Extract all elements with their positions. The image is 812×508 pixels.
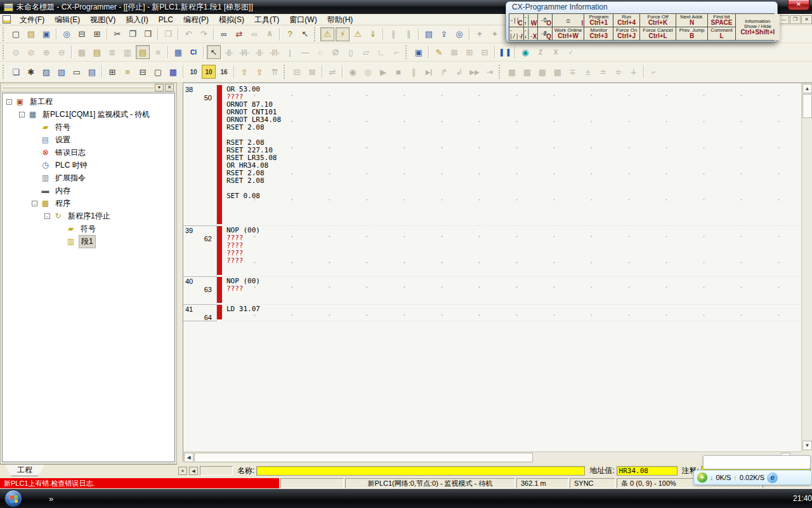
save-file-button[interactable]: ▣: [39, 27, 53, 41]
ie-browser-icon[interactable]: e: [767, 472, 778, 483]
symbol-table-button[interactable]: ≡: [121, 65, 134, 79]
new-inverted-instruction-button[interactable]: ▱: [359, 45, 373, 59]
collapse-icon[interactable]: -: [6, 99, 12, 105]
rung-41[interactable]: 4164LD 31.07: [183, 305, 801, 321]
differentiate-monitor-button[interactable]: ∔: [627, 65, 641, 79]
name-field[interactable]: [256, 466, 585, 476]
print-preview-button[interactable]: ⊞: [90, 27, 104, 41]
address-view-button[interactable]: ▧: [55, 65, 69, 79]
new-closed-coil-button[interactable]: Ø: [329, 45, 343, 59]
fields-close-button[interactable]: ✕: [178, 467, 187, 475]
new-horizontal-line-button[interactable]: —: [298, 45, 312, 59]
online-edit-button[interactable]: ◎: [452, 27, 466, 41]
send-changes-button[interactable]: ✦: [473, 27, 487, 41]
rung-content[interactable]: NOP (00)????: [222, 277, 801, 305]
build-view-button[interactable]: ✱: [24, 65, 38, 79]
rung-content[interactable]: OR 53.00????ORNOT 87.10ORNOT CNT101ORNOT…: [222, 85, 801, 226]
collapse-icon[interactable]: -: [19, 112, 25, 117]
monitor-pause-button[interactable]: ⇧: [252, 65, 266, 79]
cycle-time-monitor-button[interactable]: ▩: [505, 65, 519, 79]
monitor-list-button[interactable]: ≣: [105, 45, 119, 59]
monitor-start-button[interactable]: ⇧: [237, 65, 251, 79]
selection-tool-button[interactable]: ⌐: [647, 65, 661, 79]
vertical-scrollbar[interactable]: ▲ ▼: [801, 83, 812, 451]
grid-toggle-button[interactable]: ▦: [75, 45, 89, 59]
find-replace-button[interactable]: ⇄: [232, 27, 246, 41]
tree-item-new-plc1[interactable]: -▦新PLC1[CQM1] 监视模式 - 待机: [3, 108, 174, 121]
sim-continuous-step-button[interactable]: ▶▶: [468, 65, 481, 79]
edit-block-comment-button[interactable]: ⊟: [478, 45, 492, 59]
toolbar-grip[interactable]: [314, 27, 317, 41]
toolbar-grip[interactable]: [3, 65, 6, 79]
fields-back-button[interactable]: ◀: [189, 467, 198, 475]
pager-check-button[interactable]: ✓: [564, 45, 578, 59]
cut-button[interactable]: ✂: [110, 27, 124, 41]
address-reference-tool-button[interactable]: ▦: [171, 45, 185, 59]
vertical-scroll-thumb[interactable]: [802, 94, 812, 118]
undo-button[interactable]: ↶: [181, 27, 195, 41]
net-orb-icon[interactable]: +: [697, 472, 707, 483]
paste-button[interactable]: ❒: [141, 27, 155, 41]
pager-x-button[interactable]: X: [549, 45, 563, 59]
menu-item-4[interactable]: PLC: [154, 14, 178, 25]
copy-button[interactable]: ❐: [126, 27, 140, 41]
watch-window-button[interactable]: ◉: [518, 45, 532, 59]
tree-item-expansion-instructions[interactable]: -▥扩展指令: [3, 171, 174, 184]
new-or-closed-contact-button[interactable]: -|/|-: [268, 45, 282, 59]
force-reset-button[interactable]: ±: [581, 65, 595, 79]
force-cancel-all-button[interactable]: ≐: [596, 65, 610, 79]
open-file-button[interactable]: ▤: [24, 27, 38, 41]
scroll-left-button[interactable]: ◀: [184, 453, 193, 462]
tree-item-memory[interactable]: -▬内存: [3, 184, 174, 197]
replace-in-project-button[interactable]: A: [263, 27, 277, 41]
rung-38[interactable]: 3850OR 53.00????ORNOT 87.10ORNOT CNT101O…: [183, 85, 801, 226]
tree-item-programs[interactable]: -▩程序: [3, 197, 174, 210]
selection-mode-button[interactable]: ↖: [207, 45, 221, 59]
scroll-up-button[interactable]: ▲: [802, 84, 812, 93]
tree-close-button[interactable]: ✕: [165, 84, 174, 91]
sim-step-out-button[interactable]: ↲: [452, 65, 466, 79]
paste-special-button[interactable]: ❒: [161, 27, 175, 41]
sim-run-button[interactable]: ▶: [376, 65, 390, 79]
pointer-zoom-button[interactable]: ⊙: [9, 45, 23, 59]
transfer-monitor-button[interactable]: ⇓: [366, 27, 380, 41]
output-window-button[interactable]: ▢: [151, 65, 165, 79]
tree-item-plc-clock[interactable]: -◷PLC 时钟: [3, 159, 174, 171]
menu-item-3[interactable]: 插入(I): [121, 14, 153, 25]
context-help-button[interactable]: ↖: [298, 27, 312, 41]
close-button[interactable]: ✕: [788, 0, 809, 10]
edit-rung-comment-button[interactable]: ⊠: [447, 45, 461, 59]
search-in-project-button[interactable]: ◎: [60, 27, 74, 41]
ci-instruction-button[interactable]: CI: [187, 45, 200, 59]
tree-item-error-log[interactable]: -⊗错误日志: [3, 146, 174, 159]
field-selector[interactable]: [200, 466, 233, 476]
zoom-in-button[interactable]: ⊕: [39, 45, 53, 59]
find-button[interactable]: ∞: [217, 27, 231, 41]
show-annotations-button[interactable]: ▌▐: [498, 45, 512, 59]
profile-monitor-button[interactable]: ▩: [551, 65, 565, 79]
watch-sheet-button[interactable]: ⊟: [136, 65, 150, 79]
menu-item-9[interactable]: 帮助(H): [322, 14, 358, 25]
collapse-icon[interactable]: -: [44, 213, 50, 219]
tree-item-new-project[interactable]: -▣新工程: [3, 95, 174, 108]
toolbar-grip[interactable]: [3, 45, 6, 59]
differential-monitor-button[interactable]: ⇈: [268, 65, 282, 79]
simulator-online-button[interactable]: ⊟: [290, 65, 304, 79]
sim-stop-button[interactable]: ■: [391, 65, 405, 79]
transfer-to-plc-button[interactable]: ⇪: [437, 27, 451, 41]
simulator-settings-button[interactable]: ⊠: [305, 65, 319, 79]
simulator-transfer-button[interactable]: ⇌: [325, 65, 339, 79]
sim-step-run-button[interactable]: ▶|: [422, 65, 436, 79]
scroll-down-button[interactable]: ▼: [802, 441, 812, 450]
chevron-icon[interactable]: »: [49, 494, 53, 504]
tree-item-new-program1[interactable]: -↻新程序1停止: [3, 210, 174, 222]
new-closed-contact-button[interactable]: -|/|-: [237, 45, 251, 59]
toolbar-grip[interactable]: [405, 45, 409, 59]
tree-item-section1[interactable]: -▥段1: [3, 235, 174, 248]
collapse-icon[interactable]: -: [32, 201, 37, 206]
zoom-100-button[interactable]: ⊘: [24, 45, 38, 59]
release-online-edit-button[interactable]: ✦: [488, 27, 502, 41]
new-view-button[interactable]: ❏: [9, 65, 23, 79]
force-set-button[interactable]: ∓: [566, 65, 580, 79]
rung-40[interactable]: 4063NOP (00)????: [183, 277, 801, 305]
